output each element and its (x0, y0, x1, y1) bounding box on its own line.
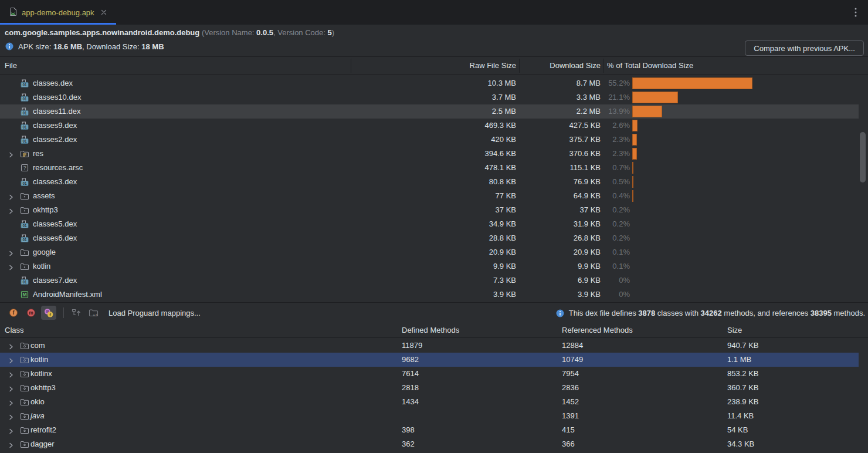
column-header-size[interactable]: Size (727, 326, 742, 334)
chevron-right-icon[interactable] (8, 399, 14, 405)
compare-with-previous-apk-button[interactable]: Compare with previous APK... (745, 40, 864, 56)
column-header-class[interactable]: Class (5, 326, 24, 334)
chevron-right-icon[interactable] (8, 263, 14, 269)
folder-icon (20, 248, 29, 257)
package-icon (20, 383, 29, 393)
download-pct-bar (632, 148, 637, 160)
svg-text:M: M (22, 292, 26, 298)
column-header-defined-methods[interactable]: Defined Methods (402, 326, 459, 334)
file-table-row[interactable]: kotlin9.9 KB9.9 KB0.1% (0, 259, 859, 273)
chevron-right-icon[interactable] (8, 413, 14, 419)
load-proguard-mappings-button[interactable]: Load Proguard mappings... (108, 309, 201, 317)
file-table-row[interactable]: res394.6 KB370.6 KB2.3% (0, 147, 859, 161)
referenced-methods: 7954 (562, 369, 579, 378)
referenced-methods: 1452 (562, 397, 579, 406)
class-table-row[interactable]: kotlin9682107491.1 MB (0, 353, 859, 367)
deobfuscate-names-icon[interactable]: a.b (86, 306, 101, 320)
chevron-right-icon[interactable] (8, 427, 14, 433)
package-name: retrofit2 (30, 425, 56, 434)
chevron-right-icon[interactable] (8, 357, 14, 363)
file-name: assets (33, 191, 55, 200)
package-icon (20, 440, 29, 449)
class-table-row[interactable]: okio14341452238.9 KB (0, 395, 859, 409)
column-header-file[interactable]: File (5, 61, 17, 70)
column-header-raw-file-size[interactable]: Raw File Size (470, 61, 516, 70)
dex-icon: 01 (20, 177, 29, 187)
tab-title: app-demo-debug.apk (22, 8, 94, 17)
method-references-tree-icon[interactable] (69, 306, 84, 320)
column-header-referenced-methods[interactable]: Referenced Methods (562, 326, 633, 334)
chevron-right-icon[interactable] (8, 193, 14, 199)
file-table-row[interactable]: google20.9 KB20.9 KB0.1% (0, 245, 859, 259)
download-pct-bar (632, 134, 637, 146)
class-table-row[interactable]: java139111.4 KB (0, 409, 859, 423)
show-fields-button[interactable]: f (6, 306, 21, 320)
class-table-row[interactable]: com1187912884940.7 KB (0, 339, 859, 353)
chevron-right-icon[interactable] (8, 441, 14, 447)
file-table-row[interactable]: 01classes6.dex28.8 KB26.8 KB0.2% (0, 231, 859, 245)
referenced-methods: 10749 (562, 355, 583, 364)
file-name: kotlin (33, 262, 50, 271)
defined-methods: 2818 (402, 383, 419, 392)
file-table-row[interactable]: 01classes11.dex2.5 MB2.2 MB13.9% (0, 104, 859, 119)
chevron-right-icon[interactable] (8, 249, 14, 255)
folder-icon (20, 191, 29, 201)
class-table-row[interactable]: dagger36236634.3 KB (0, 437, 859, 451)
editor-tab-bar: app-demo-debug.apk (0, 0, 868, 25)
svg-text:01: 01 (22, 238, 27, 242)
class-table-row[interactable]: okhttp328182836360.7 KB (0, 381, 859, 395)
package-name: com.google.samples.apps.nowinandroid.dem… (5, 28, 199, 37)
tab-app-demo-debug-apk[interactable]: app-demo-debug.apk (0, 0, 116, 25)
chevron-right-icon[interactable] (8, 151, 14, 157)
file-name: classes7.dex (33, 276, 77, 285)
chevron-right-icon[interactable] (8, 207, 14, 213)
chevron-right-icon[interactable] (8, 343, 14, 349)
info-icon (5, 42, 14, 51)
file-table-row[interactable]: 01classes3.dex80.8 KB76.9 KB0.5% (0, 175, 859, 189)
file-table-row[interactable]: assets77 KB64.9 KB0.4% (0, 189, 859, 203)
class-table-row[interactable]: retrofit239841554 KB (0, 423, 859, 437)
version-code: 5 (328, 28, 332, 37)
dex-viewer-toolbar: f m m f a.b (0, 302, 868, 323)
file-table-row[interactable]: 01classes2.dex420 KB375.7 KB2.3% (0, 133, 859, 147)
close-tab-icon[interactable] (100, 9, 107, 16)
column-divider (519, 59, 520, 73)
download-pct: 55.2% (575, 79, 630, 87)
apk-header: com.google.samples.apps.nowinandroid.dem… (0, 25, 868, 57)
package-name: okhttp3 (30, 383, 56, 392)
file-name: classes3.dex (33, 177, 77, 186)
file-name: AndroidManifest.xml (33, 290, 102, 299)
file-name: classes9.dex (33, 121, 77, 130)
file-table-row[interactable]: 01classes5.dex34.9 KB31.9 KB0.2% (0, 217, 859, 231)
column-header-download-size[interactable]: Download Size (550, 61, 601, 70)
class-table-row[interactable]: kotlinx76147954853.2 KB (0, 367, 859, 381)
file-table-row[interactable]: 01classes7.dex7.3 KB6.9 KB0% (0, 273, 859, 288)
download-pct: 0.2% (575, 234, 630, 242)
file-table-row[interactable]: 01classes.dex10.3 MB8.7 MB55.2% (0, 76, 859, 90)
file-table-row[interactable]: 01classes9.dex469.3 KB427.5 KB2.6% (0, 119, 859, 133)
download-pct-bar (632, 106, 662, 117)
file-table-row[interactable]: 01classes10.dex3.7 MB3.3 MB21.1% (0, 90, 859, 104)
file-table-row[interactable]: MAndroidManifest.xml3.9 KB3.9 KB0% (0, 288, 859, 302)
referenced-methods: 1391 (562, 411, 579, 420)
chevron-right-icon[interactable] (8, 371, 14, 377)
download-pct: 21.1% (575, 93, 630, 102)
file-table-row[interactable]: okhttp337 KB37 KB0.2% (0, 203, 859, 217)
defined-methods: 1434 (402, 397, 419, 406)
column-header-pct-of-total[interactable]: % of Total Download Size (607, 61, 693, 70)
show-methods-button[interactable]: m (23, 306, 39, 320)
show-referenced-nodes-button[interactable]: m f (41, 306, 56, 320)
file-name: resources.arsc (33, 163, 83, 172)
more-options-icon[interactable] (852, 8, 860, 17)
svg-text:01: 01 (22, 125, 27, 129)
file-table-row[interactable]: ?resources.arsc478.1 KB115.1 KB0.7% (0, 161, 859, 175)
defined-methods: 398 (402, 425, 415, 434)
defined-methods: 7614 (402, 369, 419, 378)
file-name: classes.dex (33, 79, 73, 87)
chevron-right-icon[interactable] (8, 385, 14, 391)
column-divider (603, 59, 604, 73)
info-icon (555, 309, 565, 318)
download-size-value: 18 MB (141, 42, 164, 51)
manifest-icon: M (20, 290, 29, 299)
vertical-scrollbar-thumb[interactable] (860, 132, 866, 182)
